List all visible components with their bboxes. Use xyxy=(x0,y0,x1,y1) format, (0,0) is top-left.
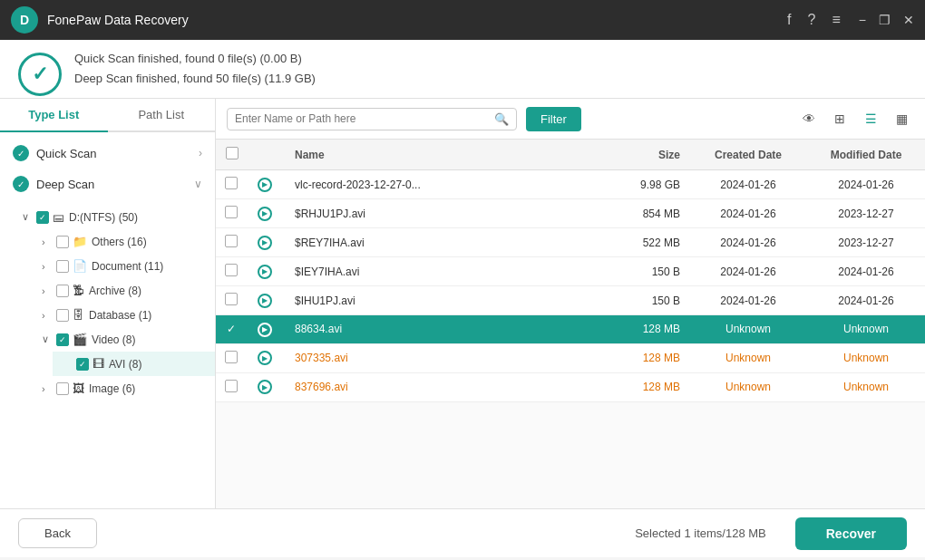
tab-path-list[interactable]: Path List xyxy=(108,99,216,132)
file-modified-date: 2024-01-26 xyxy=(807,257,925,286)
tree-others-checkbox[interactable] xyxy=(56,236,69,248)
row-checkbox[interactable]: ✓ xyxy=(225,323,238,335)
tab-type-list[interactable]: Type List xyxy=(0,99,108,132)
file-size: 150 B xyxy=(608,286,689,315)
file-type-icon: ▶ xyxy=(258,323,272,337)
tree-others-item[interactable]: › 📁 Others (16) xyxy=(33,229,215,254)
facebook-icon[interactable]: f xyxy=(787,12,791,28)
window-controls: − ❐ ✕ xyxy=(859,13,914,27)
grid-view-icon[interactable]: ⊞ xyxy=(827,106,852,131)
row-checkbox[interactable] xyxy=(225,177,238,189)
file-size: 150 B xyxy=(608,257,689,286)
file-modified-date: 2024-01-26 xyxy=(807,286,925,315)
file-type-icon: ▶ xyxy=(258,265,272,279)
table-row[interactable]: ▶$IEY7IHA.avi150 B2024-01-262024-01-26 xyxy=(216,257,925,286)
quick-scan-status: Quick Scan finished, found 0 file(s) (0.… xyxy=(74,49,907,69)
col-header-size: Size xyxy=(608,140,689,170)
table-row[interactable]: ▶$RHJU1PJ.avi854 MB2024-01-262023-12-27 xyxy=(216,199,925,228)
table-row[interactable]: ▶vlc-record-2023-12-27-0...9.98 GB2024-0… xyxy=(216,170,925,199)
row-checkbox[interactable] xyxy=(225,351,238,363)
document-icon: 📄 xyxy=(73,259,87,273)
table-row[interactable]: ▶$IHU1PJ.avi150 B2024-01-262024-01-26 xyxy=(216,286,925,315)
titlebar: D FonePaw Data Recovery f ? ≡ − ❐ ✕ xyxy=(0,0,925,40)
file-size: 522 MB xyxy=(608,228,689,257)
tree-archive-item[interactable]: › 🗜 Archive (8) xyxy=(33,278,215,303)
row-checkbox[interactable] xyxy=(225,293,238,305)
file-modified-date: Unknown xyxy=(807,315,925,344)
close-button[interactable]: ✕ xyxy=(903,13,914,27)
deep-scan-status: Deep Scan finished, found 50 file(s) (11… xyxy=(74,69,907,89)
table-row[interactable]: ▶$REY7IHA.avi522 MB2024-01-262023-12-27 xyxy=(216,228,925,257)
tree-document-item[interactable]: › 📄 Document (11) xyxy=(33,254,215,278)
file-created-date: 2024-01-26 xyxy=(689,170,807,199)
tree-image-item[interactable]: › 🖼 Image (6) xyxy=(33,376,215,401)
file-created-date: 2024-01-26 xyxy=(689,228,807,257)
row-checkbox[interactable] xyxy=(225,264,238,276)
file-created-date: Unknown xyxy=(689,372,807,401)
file-modified-date: 2024-01-26 xyxy=(807,170,925,199)
file-type-icon: ▶ xyxy=(258,236,272,250)
tree-database-item[interactable]: › 🗄 Database (1) xyxy=(33,303,215,327)
file-type-icon: ▶ xyxy=(258,380,272,394)
list-view-icon[interactable]: ☰ xyxy=(858,106,883,131)
maximize-button[interactable]: ❐ xyxy=(879,13,891,27)
status-bar: Quick Scan finished, found 0 file(s) (0.… xyxy=(0,40,925,99)
file-name: $RHJU1PJ.avi xyxy=(295,208,599,220)
tree-document-label: Document (11) xyxy=(92,260,163,273)
eye-icon[interactable]: 👁 xyxy=(796,106,822,131)
tree-document-checkbox[interactable] xyxy=(56,260,69,273)
file-size: 128 MB xyxy=(608,315,689,344)
tree-video-label: Video (8) xyxy=(92,333,135,346)
row-checkbox[interactable] xyxy=(225,380,238,392)
tree-image-checkbox[interactable] xyxy=(56,382,69,395)
col-header-modified: Modified Date xyxy=(807,140,925,170)
file-name: $REY7IHA.avi xyxy=(295,237,599,249)
col-header-icon xyxy=(248,140,286,170)
tree-drive-checkbox[interactable]: ✓ xyxy=(36,211,49,224)
help-icon[interactable]: ? xyxy=(808,12,816,28)
row-checkbox[interactable] xyxy=(225,206,238,218)
tree-avi-checkbox[interactable]: ✓ xyxy=(76,358,89,371)
file-size: 854 MB xyxy=(608,199,689,228)
tree-database-label: Database (1) xyxy=(89,309,151,322)
tree-image-arrow-icon: › xyxy=(42,383,53,394)
tree-archive-arrow-icon: › xyxy=(42,285,53,296)
back-button[interactable]: Back xyxy=(18,518,97,548)
deep-scan-item[interactable]: ✓ Deep Scan ∨ xyxy=(0,169,215,199)
filter-button[interactable]: Filter xyxy=(526,107,581,131)
quick-scan-item[interactable]: ✓ Quick Scan › xyxy=(0,138,215,169)
tree-drive-item[interactable]: ∨ ✓ 🖴 D:(NTFS) (50) xyxy=(13,205,215,229)
table-row[interactable]: ▶307335.avi128 MBUnknownUnknown xyxy=(216,343,925,372)
detail-view-icon[interactable]: ▦ xyxy=(889,106,914,131)
search-input[interactable] xyxy=(235,112,494,125)
tree-avi-item[interactable]: ✓ 🎞 AVI (8) xyxy=(53,352,215,376)
tree-database-arrow-icon: › xyxy=(42,310,53,321)
tab-bar: Type List Path List xyxy=(0,99,215,132)
minimize-button[interactable]: − xyxy=(859,13,866,27)
col-header-created: Created Date xyxy=(689,140,807,170)
image-icon: 🖼 xyxy=(73,381,84,395)
row-checkbox[interactable] xyxy=(225,235,238,247)
file-type-icon: ▶ xyxy=(258,294,272,308)
menu-icon[interactable]: ≡ xyxy=(832,12,840,28)
tree-drive-label: D:(NTFS) (50) xyxy=(69,211,138,224)
file-created-date: 2024-01-26 xyxy=(689,286,807,315)
file-modified-date: 2023-12-27 xyxy=(807,228,925,257)
bottom-bar: Back Selected 1 items/128 MB Recover xyxy=(0,508,925,557)
app-title: FonePaw Data Recovery xyxy=(47,13,778,27)
table-row[interactable]: ✓▶88634.avi128 MBUnknownUnknown xyxy=(216,315,925,344)
select-all-checkbox[interactable] xyxy=(226,147,239,159)
search-icon: 🔍 xyxy=(494,112,509,126)
search-box[interactable]: 🔍 xyxy=(227,108,517,130)
recover-button[interactable]: Recover xyxy=(795,517,907,550)
tree-video-item[interactable]: ∨ ✓ 🎬 Video (8) xyxy=(33,327,215,352)
file-modified-date: Unknown xyxy=(807,343,925,372)
tree-video-checkbox[interactable]: ✓ xyxy=(56,333,69,346)
tree-image-label: Image (6) xyxy=(89,382,135,395)
avi-icon: 🎞 xyxy=(92,357,104,371)
scan-section: ✓ Quick Scan › ✓ Deep Scan ∨ xyxy=(0,132,215,205)
tree-archive-checkbox[interactable] xyxy=(56,285,69,297)
selection-status: Selected 1 items/128 MB xyxy=(112,526,766,540)
tree-database-checkbox[interactable] xyxy=(56,309,69,322)
table-row[interactable]: ▶837696.avi128 MBUnknownUnknown xyxy=(216,372,925,401)
